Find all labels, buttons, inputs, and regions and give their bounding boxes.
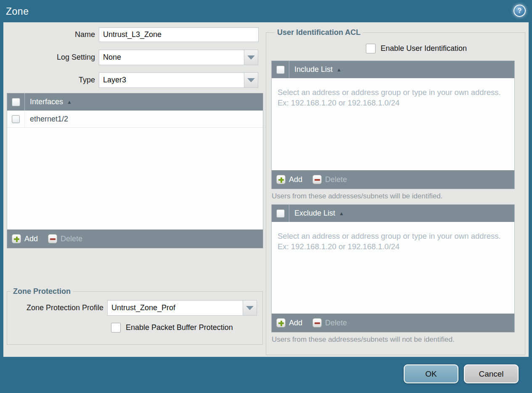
zone-protection-profile-label: Zone Protection Profile [7,303,107,312]
zone-protection-profile-select[interactable]: Untrust_Zone_Prof [107,300,257,316]
triangle-glyph [247,78,255,82]
log-setting-label: Log Setting [3,53,99,62]
exclude-list-placeholder: Select an address or address group or ty… [278,231,508,252]
minus-icon [312,318,322,327]
sort-asc-icon[interactable]: ▲ [339,211,344,216]
type-select[interactable]: Layer3 [99,72,258,88]
header-checkbox-cell [272,61,289,78]
type-label: Type [3,76,99,84]
zone-protection-section: Zone Protection Zone Protection Profile … [7,287,263,345]
enable-user-identification-label: Enable User Identification [381,44,467,53]
sort-asc-icon[interactable]: ▲ [67,100,72,105]
enable-user-identification-checkbox[interactable] [366,44,376,53]
delete-include-button[interactable]: Delete [312,175,347,184]
add-interface-button[interactable]: Add [12,234,38,243]
chevron-down-icon[interactable] [243,300,257,316]
plus-icon [276,318,286,327]
header-checkbox-cell [7,93,25,111]
interface-name: ethernet1/2 [25,115,68,124]
include-list-label: Include List [294,65,333,74]
minus-icon [312,175,322,184]
include-list-caption: Users from these addresses/subnets will … [271,189,520,200]
interfaces-table-toolbar: Add Delete [7,229,263,248]
user-identification-acl-section: User Identification ACL Enable User Iden… [266,28,525,355]
zone-dialog-body: Name Log Setting None Type Layer3 Interf… [3,22,529,357]
select-all-interfaces-checkbox[interactable] [12,98,20,106]
delete-label: Delete [325,175,347,184]
exclude-list-toolbar: Add Delete [272,314,514,332]
help-icon[interactable]: ? [513,5,526,17]
packet-buffer-row: Enable Packet Buffer Protection [111,323,262,332]
name-row: Name [3,27,259,42]
exclude-list-panel: Exclude List ▲ Select an address or addr… [271,204,515,332]
interface-row-checkbox[interactable] [12,115,20,123]
add-label: Add [289,175,302,184]
include-list-panel: Include List ▲ Select an address or addr… [271,61,515,189]
delete-label: Delete [325,319,347,327]
triangle-glyph [246,306,254,310]
row-checkbox-cell [7,111,25,127]
user-identification-acl-legend: User Identification ACL [275,28,363,37]
include-list-body[interactable]: Select an address or address group or ty… [272,78,514,170]
exclude-list-column-header[interactable]: Exclude List ▲ [289,209,344,218]
interfaces-header-label: Interfaces [30,98,63,106]
enable-packet-buffer-checkbox[interactable] [111,323,121,332]
zone-protection-profile-row: Zone Protection Profile Untrust_Zone_Pro… [7,300,262,316]
zone-protection-legend: Zone Protection [11,287,73,296]
add-include-button[interactable]: Add [276,175,302,184]
sort-asc-icon[interactable]: ▲ [336,67,341,72]
triangle-glyph [247,55,255,60]
log-setting-row: Log Setting None [3,50,258,65]
zone-protection-profile-value[interactable]: Untrust_Zone_Prof [107,300,243,316]
page-title: Zone [6,6,29,17]
header-checkbox-cell [272,205,289,222]
add-label: Add [24,235,38,243]
select-all-exclude-checkbox[interactable] [276,209,285,218]
dialog-titlebar: Zone ? [0,0,532,22]
delete-exclude-button[interactable]: Delete [312,318,347,327]
exclude-list-caption: Users from these addresses/subnets will … [271,332,520,344]
select-all-include-checkbox[interactable] [276,66,285,74]
type-value[interactable]: Layer3 [99,72,244,88]
name-input[interactable] [99,27,259,42]
include-list-column-header[interactable]: Include List ▲ [289,65,341,74]
plus-icon [12,234,21,243]
plus-icon [276,175,286,184]
add-exclude-button[interactable]: Add [276,318,302,327]
log-setting-value[interactable]: None [99,50,244,65]
add-label: Add [289,319,302,327]
ok-button[interactable]: OK [404,364,458,383]
delete-label: Delete [61,235,82,243]
include-list-header: Include List ▲ [272,61,514,78]
interfaces-table: Interfaces ▲ ethernet1/2 Add Delete [7,93,263,248]
packet-buffer-label: Enable Packet Buffer Protection [126,323,233,332]
chevron-down-icon[interactable] [244,72,258,88]
delete-interface-button[interactable]: Delete [48,234,82,243]
include-list-toolbar: Add Delete [272,170,514,189]
name-label: Name [3,30,99,39]
enable-user-identification-row: Enable User Identification [366,44,520,53]
minus-icon [48,234,57,243]
cancel-button[interactable]: Cancel [464,364,519,383]
log-setting-select[interactable]: None [99,50,258,65]
exclude-list-label: Exclude List [294,209,335,218]
table-row[interactable]: ethernet1/2 [7,111,263,128]
include-list-placeholder: Select an address or address group or ty… [278,87,508,108]
exclude-list-body[interactable]: Select an address or address group or ty… [272,222,514,314]
type-row: Type Layer3 [3,72,258,88]
exclude-list-header: Exclude List ▲ [272,205,514,222]
interfaces-table-header: Interfaces ▲ [7,93,263,111]
interfaces-table-body: ethernet1/2 [7,111,263,229]
interfaces-column-header[interactable]: Interfaces ▲ [25,98,72,106]
chevron-down-icon[interactable] [244,50,258,65]
